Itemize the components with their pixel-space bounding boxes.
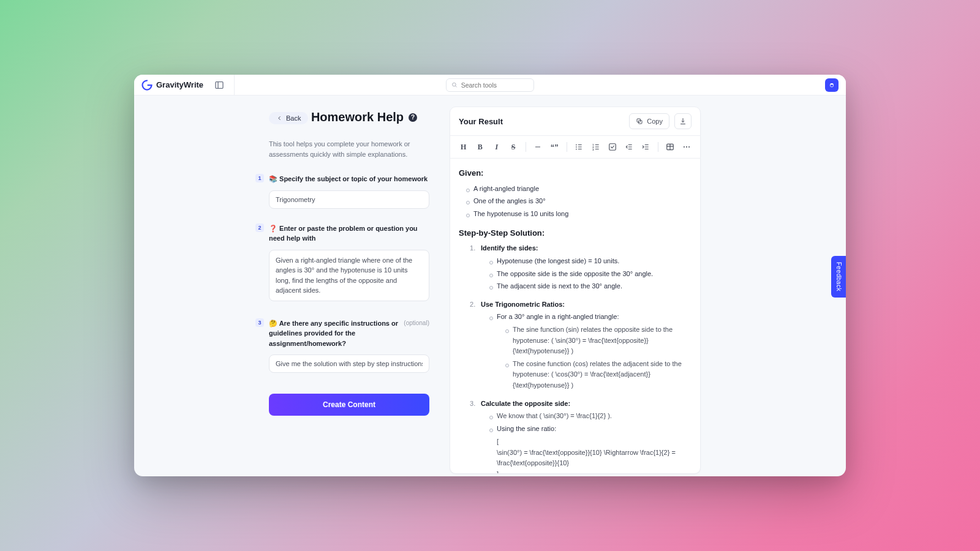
svg-rect-0 <box>216 81 223 88</box>
checklist-icon <box>608 143 617 151</box>
result-actions: Copy <box>629 113 692 129</box>
instructions-input[interactable] <box>269 354 429 373</box>
bold-button[interactable]: B <box>473 140 487 154</box>
step-detail: The cosine function (cos) relates the ad… <box>505 359 692 391</box>
math-line: \sin(30°) = \frac{\text{opposite}}{10} \… <box>497 448 692 469</box>
given-item: A right-angled triangle <box>466 184 692 195</box>
brand-logo-icon <box>141 80 153 91</box>
italic-button[interactable]: I <box>489 140 503 154</box>
indent-button[interactable] <box>639 140 653 154</box>
toolbar-sep <box>658 142 658 152</box>
indent-icon <box>641 143 650 151</box>
form-panel: Back Homework Help ? This tool helps you… <box>134 96 450 476</box>
svg-point-9 <box>576 149 577 150</box>
table-icon <box>666 143 674 151</box>
step-2-badge: 2 <box>255 223 264 232</box>
step-detail: We know that ( \sin(30°) = \frac{1}{2} )… <box>489 411 692 422</box>
subject-input[interactable] <box>269 190 429 209</box>
table-button[interactable] <box>663 140 677 154</box>
ul-button[interactable] <box>572 140 586 154</box>
svg-rect-19 <box>609 144 616 151</box>
more-icon <box>682 143 691 151</box>
hr-icon <box>534 143 541 151</box>
feedback-tab[interactable]: Feedback <box>831 256 846 298</box>
step-title: Identify the sides: <box>481 243 692 254</box>
ol-button[interactable]: 123 <box>589 140 603 154</box>
step-detail: For a 30° angle in a right-angled triang… <box>489 312 692 391</box>
solution-step-1: Identify the sides: Hypotenuse (the long… <box>470 243 692 291</box>
step-detail: The opposite side is the side opposite t… <box>489 269 692 280</box>
credits-icon <box>829 82 835 88</box>
search-icon <box>451 81 458 88</box>
search-input-wrap[interactable] <box>446 78 534 92</box>
back-label: Back <box>286 114 301 122</box>
editor-toolbar: H B I S “” 123 <box>450 135 700 159</box>
math-line: [ <box>497 437 692 448</box>
solution-heading: Step-by-Step Solution: <box>459 227 692 240</box>
outdent-button[interactable] <box>622 140 636 154</box>
svg-point-7 <box>576 144 577 146</box>
step-title: Calculate the opposite side: <box>481 399 692 410</box>
result-card: Your Result Copy H B I <box>450 107 701 474</box>
step-2-label: ❓ Enter or paste the problem or question… <box>269 223 429 244</box>
optional-tag: (optional) <box>404 318 429 328</box>
editor-content[interactable]: Given: A right-angled triangle One of th… <box>450 159 700 473</box>
checklist-button[interactable] <box>605 140 619 154</box>
step-1-label: 📚 Specify the subject or topic of your h… <box>269 174 429 184</box>
step-3-badge: 3 <box>255 318 264 327</box>
svg-point-2 <box>453 83 456 86</box>
strikethrough-button[interactable]: S <box>506 140 520 154</box>
step-detail: Hypotenuse (the longest side) = 10 units… <box>489 256 692 267</box>
create-content-button[interactable]: Create Content <box>269 394 429 416</box>
quote-button[interactable]: “” <box>548 140 562 154</box>
copy-label: Copy <box>647 118 663 125</box>
step-detail: Using the sine ratio: [ \sin(30°) = \fra… <box>489 424 692 473</box>
result-header: Your Result Copy <box>450 107 700 135</box>
search-container <box>446 78 534 92</box>
brand[interactable]: GravityWrite <box>141 80 203 91</box>
step-detail: The sine function (sin) relates the oppo… <box>505 324 692 357</box>
result-panel: Your Result Copy H B I <box>450 96 846 476</box>
more-button[interactable] <box>680 140 694 154</box>
step-2: 2 ❓ Enter or paste the problem or questi… <box>269 223 429 304</box>
download-button[interactable] <box>674 113 692 129</box>
step-1: 1 📚 Specify the subject or topic of your… <box>269 174 429 209</box>
solution-step-3: Calculate the opposite side: We know tha… <box>470 399 692 474</box>
panel-toggle-icon[interactable] <box>213 80 225 91</box>
page-title-text: Homework Help <box>311 110 404 124</box>
copy-button[interactable]: Copy <box>629 113 669 129</box>
svg-point-30 <box>686 146 687 148</box>
credits-button[interactable] <box>825 78 839 92</box>
copy-icon <box>636 118 643 125</box>
svg-point-31 <box>688 146 690 148</box>
ul-icon <box>575 143 583 151</box>
math-line: ] <box>497 469 692 473</box>
svg-text:3: 3 <box>592 148 594 151</box>
result-title: Your Result <box>459 117 503 126</box>
outdent-icon <box>625 143 633 151</box>
page-description: This tool helps you complete your homewo… <box>269 139 429 159</box>
step-detail-text: Using the sine ratio: <box>497 425 556 432</box>
heading-button[interactable]: H <box>456 140 470 154</box>
solution-step-2: Use Trigonometric Ratios: For a 30° angl… <box>470 299 692 391</box>
hr-button[interactable] <box>531 140 545 154</box>
info-icon[interactable]: ? <box>409 113 417 122</box>
svg-line-3 <box>456 86 457 88</box>
svg-point-8 <box>576 146 577 148</box>
page-title: Homework Help ? <box>311 110 417 124</box>
back-button[interactable]: Back <box>269 112 308 124</box>
problem-textarea[interactable]: Given a right-angled triangle where one … <box>269 250 429 301</box>
ol-icon: 123 <box>592 143 600 151</box>
step-detail: The adjacent side is next to the 30° ang… <box>489 281 692 292</box>
step-3-label-text: 🤔 Are there any specific instructions or… <box>269 318 401 349</box>
brand-name: GravityWrite <box>156 80 203 89</box>
step-detail-text: For a 30° angle in a right-angled triang… <box>497 313 619 320</box>
given-heading: Given: <box>459 167 692 180</box>
content: Back Homework Help ? This tool helps you… <box>134 96 846 476</box>
search-input[interactable] <box>461 81 529 89</box>
svg-point-29 <box>684 146 685 148</box>
toolbar-sep <box>567 142 567 152</box>
step-3: 3 🤔 Are there any specific instructions … <box>269 318 429 373</box>
toolbar-sep <box>526 142 526 152</box>
step-3-label: 🤔 Are there any specific instructions or… <box>269 318 429 349</box>
